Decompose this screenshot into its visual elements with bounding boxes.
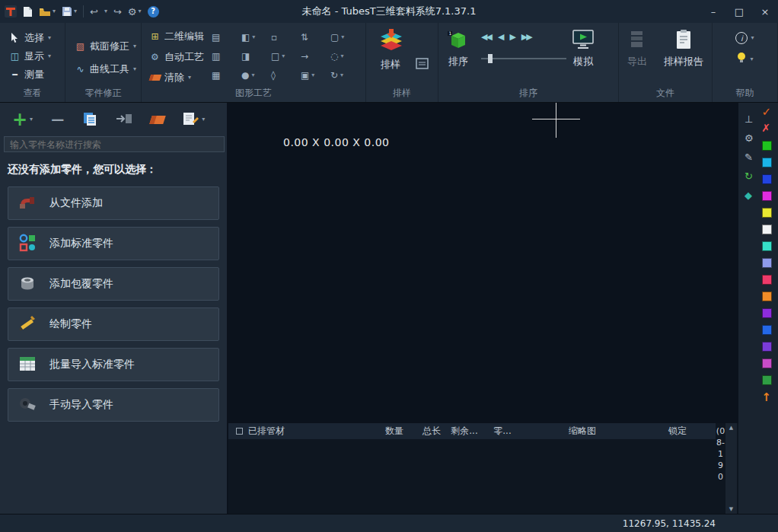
- ghost-tool-icon[interactable]: ◌▾: [330, 51, 360, 62]
- scroll-up-icon[interactable]: ▲: [729, 425, 733, 431]
- rewind-button[interactable]: ◀◀: [481, 32, 491, 42]
- display-options-button[interactable]: ◫ 显示 ▾: [9, 47, 65, 65]
- add-wrap-part-button[interactable]: 添加包覆零件: [8, 267, 219, 301]
- section-fix-button[interactable]: ▧ 截面修正 ▾: [75, 35, 141, 58]
- viewport-canvas[interactable]: 0.00 X 0.00 X 0.00: [228, 103, 738, 423]
- simulation-speed-slider[interactable]: [481, 54, 566, 63]
- point-tool-icon[interactable]: ▫: [271, 32, 301, 43]
- undo-button[interactable]: ↩: [90, 7, 98, 17]
- up-arrow-icon[interactable]: ↑: [761, 390, 771, 404]
- edit-2d-button[interactable]: ⊞ 二维编辑: [149, 27, 204, 46]
- caliper-tool-icon[interactable]: ⊥: [745, 113, 754, 125]
- color-swatch[interactable]: [762, 191, 772, 201]
- cancel-icon[interactable]: ✗: [761, 122, 770, 134]
- grid-tool-icon[interactable]: ▣▾: [301, 70, 330, 81]
- color-swatch[interactable]: [762, 208, 772, 218]
- color-swatch[interactable]: [762, 308, 772, 318]
- color-swatch[interactable]: [762, 141, 772, 151]
- circle-tool-icon[interactable]: ●▾: [241, 70, 271, 81]
- import-part-button[interactable]: [116, 112, 132, 128]
- dropdown-caret-icon[interactable]: ▾: [48, 53, 51, 59]
- extend-tool-icon[interactable]: →: [301, 51, 330, 62]
- rotate-tool-icon[interactable]: ↻▾: [330, 70, 360, 81]
- column-header-lock[interactable]: 锁定: [639, 425, 716, 438]
- clear-button[interactable]: 清除 ▾: [149, 68, 204, 87]
- refresh-tool-icon[interactable]: ↻: [745, 170, 754, 182]
- dropdown-caret-icon[interactable]: ▾: [53, 8, 56, 14]
- dropdown-caret-icon[interactable]: ▾: [202, 116, 205, 123]
- redo-button[interactable]: ↪: [113, 7, 122, 17]
- add-standard-part-button[interactable]: 添加标准零件: [8, 227, 219, 260]
- draw-part-button[interactable]: 绘制零件: [8, 307, 219, 341]
- color-swatch[interactable]: [762, 325, 772, 335]
- color-swatch[interactable]: [762, 358, 772, 368]
- column-header-remaining[interactable]: 剩余...: [449, 425, 480, 438]
- settings-button[interactable]: ⚙ ▾: [128, 7, 142, 17]
- plotter-icon[interactable]: ▥: [212, 51, 241, 62]
- printer-icon[interactable]: ▤: [212, 32, 241, 43]
- color-swatch[interactable]: [762, 225, 772, 234]
- step-forward-button[interactable]: ▶: [509, 32, 514, 42]
- color-swatch[interactable]: [762, 258, 772, 268]
- swap-tool-icon[interactable]: ⇅: [301, 32, 330, 43]
- table-body[interactable]: [228, 439, 716, 514]
- sort-button[interactable]: 1 排序: [446, 29, 470, 68]
- auto-process-button[interactable]: ⚙ 自动工艺: [149, 48, 204, 66]
- batch-import-button[interactable]: 批量导入标准零件: [8, 348, 219, 381]
- diamond-tool-icon[interactable]: ◊: [271, 70, 301, 81]
- column-header-qty[interactable]: 数量: [375, 425, 414, 438]
- rect-tool-icon[interactable]: □▾: [271, 51, 301, 62]
- open-file-button[interactable]: ▾: [39, 7, 56, 17]
- confirm-icon[interactable]: ✓: [761, 105, 771, 119]
- dropdown-caret-icon[interactable]: ▾: [133, 66, 136, 72]
- new-file-button[interactable]: [23, 6, 33, 18]
- nest-button[interactable]: 排样: [377, 29, 404, 72]
- add-part-button[interactable]: + ▾: [12, 113, 33, 126]
- select-tool-button[interactable]: 选择 ▾: [9, 29, 65, 47]
- manual-import-button[interactable]: 手动导入零件: [8, 388, 219, 422]
- dropdown-caret-icon[interactable]: ▾: [74, 8, 77, 14]
- edit-list-button[interactable]: ▾: [183, 111, 205, 129]
- vertical-scrollbar[interactable]: ▲ ▼: [725, 423, 737, 514]
- settings-tool-icon[interactable]: ⚙: [745, 132, 754, 144]
- remove-part-button[interactable]: —: [51, 112, 64, 127]
- nest-report-button[interactable]: 排样报告: [664, 29, 703, 87]
- color-swatch[interactable]: [762, 241, 772, 251]
- tips-button[interactable]: ▾: [736, 52, 753, 66]
- color-swatch[interactable]: [762, 375, 772, 385]
- fill-left-icon[interactable]: ◧▾: [241, 32, 271, 43]
- column-header-total-length[interactable]: 总长: [414, 425, 449, 438]
- select-all-checkbox[interactable]: [236, 428, 243, 435]
- maximize-button[interactable]: □: [726, 0, 752, 23]
- color-swatch[interactable]: [762, 174, 772, 184]
- nest-params-icon[interactable]: [416, 58, 429, 72]
- minimize-button[interactable]: –: [700, 0, 726, 23]
- step-back-button[interactable]: ◀: [498, 32, 502, 42]
- close-button[interactable]: ×: [752, 0, 778, 23]
- dropdown-caret-icon[interactable]: ▾: [750, 56, 753, 62]
- sheet-icon[interactable]: ▦: [212, 70, 241, 81]
- dropdown-caret-icon[interactable]: ▾: [30, 116, 33, 123]
- simulate-button[interactable]: 模拟: [571, 29, 595, 68]
- dropdown-caret-icon[interactable]: ▾: [139, 8, 142, 14]
- part-list-button[interactable]: [82, 111, 97, 129]
- add-from-file-button[interactable]: 从文件添加: [8, 186, 219, 220]
- frame-tool-icon[interactable]: ▢▾: [330, 32, 360, 43]
- column-header-tubes[interactable]: 已排管材: [245, 425, 375, 438]
- material-tool-icon[interactable]: ◆: [745, 190, 754, 201]
- dropdown-caret-icon[interactable]: ▾: [48, 35, 51, 41]
- color-swatch[interactable]: [762, 275, 772, 285]
- column-header-thumbnail[interactable]: 缩略图: [525, 425, 639, 438]
- slider-thumb[interactable]: [488, 54, 493, 63]
- dropdown-caret-icon[interactable]: ▾: [751, 35, 754, 41]
- fill-right-icon[interactable]: ◨: [241, 51, 271, 62]
- color-swatch[interactable]: [762, 158, 772, 167]
- dropdown-caret-icon[interactable]: ▾: [188, 75, 191, 81]
- measure-button[interactable]: ━ 测量: [9, 65, 65, 84]
- delete-parts-button[interactable]: [151, 116, 164, 124]
- color-swatch[interactable]: [762, 291, 772, 301]
- part-search-input[interactable]: [4, 136, 225, 152]
- scroll-down-icon[interactable]: ▼: [729, 506, 733, 512]
- save-button[interactable]: ▾: [62, 6, 77, 17]
- help-button[interactable]: ?: [148, 6, 159, 18]
